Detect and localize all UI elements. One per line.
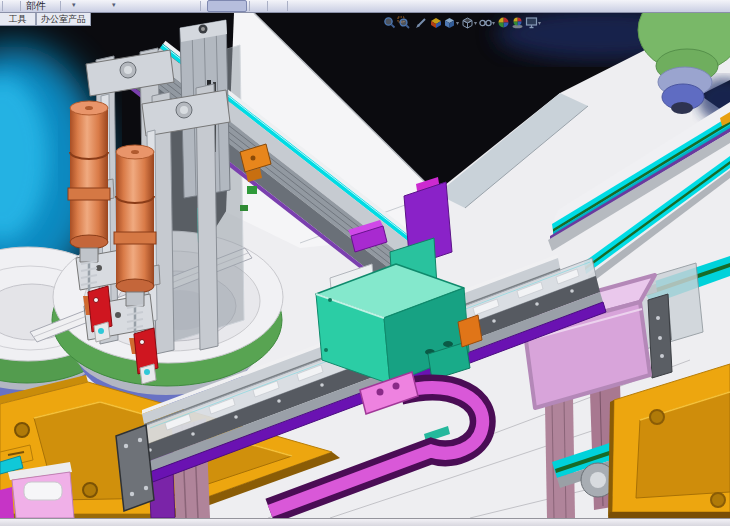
heads-up-view-toolbar: ▾ ▾ ▾ [382,14,542,30]
view-settings-icon [525,16,538,29]
dropdown-caret-icon[interactable]: ▾ [456,19,459,26]
previous-view-icon [415,16,428,29]
apply-scene-button[interactable] [510,15,524,29]
view-orientation-button[interactable] [442,15,456,29]
active-toolbar-button[interactable] [207,0,247,12]
display-style-icon [461,16,474,29]
insert-component-button[interactable]: 部件 [26,0,46,13]
toolbar-separator [249,1,250,11]
display-style-button[interactable] [460,15,474,29]
dropdown-caret-icon[interactable]: ▾ [474,19,477,26]
apply-scene-icon [511,16,524,29]
tab-tools[interactable]: 工具 [0,13,36,26]
assembly-3d-view[interactable] [0,13,730,518]
section-view-button[interactable] [428,15,442,29]
dropdown-caret-icon[interactable]: ▾ [112,1,116,9]
mount-bracket-right[interactable] [648,294,672,378]
commandmanager-tabs: 工具 办公室产品 [0,13,91,26]
view-settings-button[interactable] [524,15,538,29]
hide-show-items-icon [479,16,492,29]
previous-view-button[interactable] [414,15,428,29]
dropdown-caret-icon[interactable]: ▾ [538,19,541,26]
toolbar-separator [267,1,268,11]
toolbar-separator [287,1,288,11]
view-orientation-icon [443,16,456,29]
zoom-to-area-button[interactable] [396,15,410,29]
toolbar-separator [2,1,3,11]
status-bar [0,518,730,526]
toolbar-separator [200,1,201,11]
edit-appearance-button[interactable] [496,15,510,29]
zoom-to-fit-icon [383,16,396,29]
graphics-area[interactable]: ▾ ▾ ▾ [0,13,730,518]
command-toolbar: 部件 ▾ ▾ [0,0,730,13]
section-view-icon [429,16,442,29]
tab-office-products[interactable]: 办公室产品 [36,13,91,26]
zoom-to-fit-button[interactable] [382,15,396,29]
cad-window: 部件 ▾ ▾ 工具 办公室产品 [0,0,730,526]
dropdown-caret-icon[interactable]: ▾ [72,1,76,9]
edit-appearance-icon [497,16,510,29]
zoom-to-area-icon [397,16,410,29]
toolbar-separator [20,1,21,11]
toolbar-separator [60,1,61,11]
dropdown-caret-icon[interactable]: ▾ [492,19,495,26]
hide-show-items-button[interactable] [478,15,492,29]
